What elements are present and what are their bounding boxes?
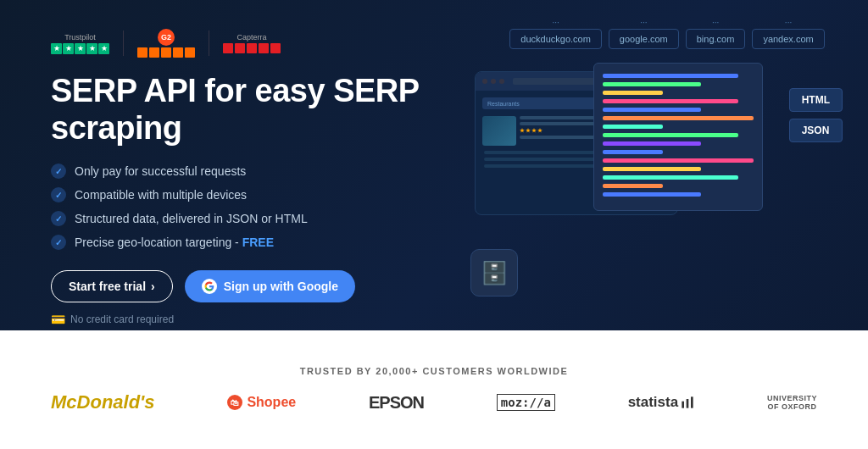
trustpilot-label: Trustpilot <box>64 33 96 42</box>
epson-text: EPSON <box>369 393 424 413</box>
credit-card-icon: 💳 <box>51 313 65 326</box>
g2-star-4 <box>173 47 183 58</box>
oxford-logo: UNIVERSITYOF OXFORD <box>767 394 817 411</box>
browser-dot-3 <box>499 79 504 84</box>
search-tabs: duckduckgo.com google.com bing.com yande… <box>492 29 843 49</box>
code-line-5 <box>603 108 701 112</box>
code-line-2 <box>603 82 701 86</box>
hero-title: SERP API for easy SERP scraping <box>51 73 458 147</box>
svg-rect-2 <box>691 396 693 407</box>
svg-rect-1 <box>687 399 689 408</box>
capterra-badge: Capterra <box>223 33 281 53</box>
mini-star-2 <box>526 128 531 133</box>
illustration-wrapper: duckduckgo.com google.com bing.com yande… <box>458 20 843 313</box>
database-icon: 🗄️ <box>481 260 508 286</box>
browser-dot-1 <box>482 79 487 84</box>
google-logo-icon <box>202 279 217 294</box>
code-line-6 <box>603 116 754 120</box>
code-line-4 <box>603 99 738 103</box>
mini-star-1 <box>520 128 525 133</box>
shopee-logo: 🛍 Shopee <box>227 395 296 410</box>
html-badge: HTML <box>789 88 843 112</box>
no-credit-label: No credit card required <box>70 313 174 325</box>
check-icon-4 <box>51 235 66 250</box>
code-line-13 <box>603 175 738 180</box>
statista-icon <box>681 396 694 409</box>
feature-text-4: Precise geo-location targeting - FREE <box>75 236 274 249</box>
check-icon-1 <box>51 164 66 179</box>
trial-label: Start free trial <box>69 280 146 293</box>
cap-star-2 <box>235 43 245 53</box>
left-column: Trustpilot G2 <box>51 20 458 313</box>
statista-text: statista <box>628 394 679 411</box>
feature-item-1: Only pay for successful requests <box>51 164 458 179</box>
trust-badges: Trustpilot G2 <box>51 29 458 58</box>
svg-rect-0 <box>682 402 684 408</box>
g2-badge: G2 <box>137 29 195 58</box>
tab-bing: bing.com <box>686 29 746 49</box>
code-line-12 <box>603 167 701 171</box>
no-credit-text: 💳 No credit card required <box>51 313 458 326</box>
g2-star-1 <box>137 47 147 58</box>
trusted-label: TRUSTED BY 20,000+ CUSTOMERS WORLDWIDE <box>300 366 569 376</box>
start-trial-button[interactable]: Start free trial › <box>51 270 173 302</box>
trustpilot-stars <box>51 43 109 54</box>
code-line-10 <box>603 150 663 154</box>
feature-item-4: Precise geo-location targeting - FREE <box>51 235 458 250</box>
mozilla-box: moz://a <box>497 394 555 411</box>
capterra-label: Capterra <box>236 33 266 42</box>
right-illustration: duckduckgo.com google.com bing.com yande… <box>458 20 817 313</box>
feature-text-2: Compatible with multiple devices <box>75 188 247 202</box>
google-signup-button[interactable]: Sign up with Google <box>185 270 355 302</box>
code-line-3 <box>603 91 663 95</box>
trial-arrow: › <box>151 280 155 293</box>
g2-star-3 <box>161 47 171 58</box>
brand-logos: McDonald's 🛍 Shopee EPSON moz://a statis… <box>51 391 817 413</box>
mini-star-3 <box>531 128 537 133</box>
google-label: Sign up with Google <box>224 280 338 293</box>
mini-star-4 <box>537 128 542 133</box>
tab-google: google.com <box>609 29 679 49</box>
feature-text-3: Structured data, delivered in JSON or HT… <box>75 212 308 225</box>
trustpilot-badge: Trustpilot <box>51 33 109 54</box>
oxford-text: UNIVERSITYOF OXFORD <box>767 394 817 411</box>
star-5 <box>98 43 109 54</box>
statista-logo: statista <box>628 394 695 411</box>
hero-section: Trustpilot G2 <box>0 0 868 330</box>
code-line-7 <box>603 125 663 129</box>
feature-item-2: Compatible with multiple devices <box>51 187 458 202</box>
free-tag: FREE <box>242 236 274 249</box>
code-line-9 <box>603 141 701 146</box>
mcdonalds-text: McDonald's <box>51 391 155 413</box>
code-lines <box>594 64 762 207</box>
code-line-8 <box>603 133 738 137</box>
star-2 <box>63 43 74 54</box>
mozilla-logo: moz://a <box>497 394 555 411</box>
star-1 <box>51 43 62 54</box>
capterra-stars <box>223 43 281 53</box>
result-map <box>482 116 516 146</box>
cap-star-5 <box>270 43 281 53</box>
feature-text-1: Only pay for successful requests <box>75 164 246 178</box>
star-4 <box>86 43 97 54</box>
epson-logo: EPSON <box>369 393 424 413</box>
g2-circle: G2 <box>158 29 175 46</box>
code-line-15 <box>603 192 701 197</box>
cap-star-1 <box>223 43 233 53</box>
cta-row: Start free trial › Sign up with Google <box>51 270 458 302</box>
cap-star-4 <box>259 43 269 53</box>
browser-dot-2 <box>491 79 496 84</box>
browser-search-text: Restaurants <box>487 101 520 107</box>
feature-item-3: Structured data, delivered in JSON or HT… <box>51 211 458 226</box>
g2-stars <box>137 47 195 58</box>
mcdonalds-logo: McDonald's <box>51 391 155 413</box>
format-badges: HTML JSON <box>789 88 843 142</box>
feature-list: Only pay for successful requests Compati… <box>51 164 458 250</box>
check-icon-2 <box>51 187 66 202</box>
badge-divider-1 <box>123 30 124 56</box>
trusted-section: TRUSTED BY 20,000+ CUSTOMERS WORLDWIDE M… <box>0 330 868 449</box>
star-3 <box>75 43 86 54</box>
db-icon-wrapper: 🗄️ <box>470 249 518 297</box>
tab-duckduckgo: duckduckgo.com <box>509 29 602 49</box>
check-icon-3 <box>51 211 66 226</box>
